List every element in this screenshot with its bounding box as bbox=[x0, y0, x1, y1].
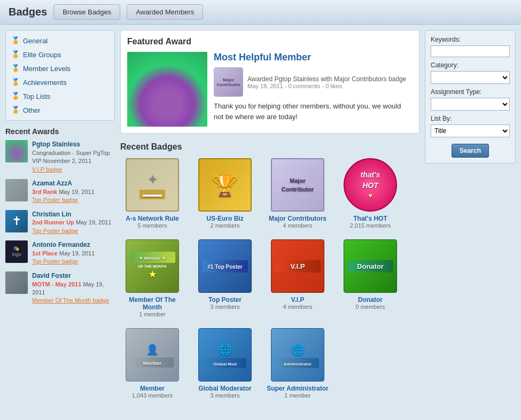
badge-img-us-euro: 🏆 bbox=[198, 158, 252, 212]
badge-name-global-mod: Global Moderator bbox=[193, 385, 257, 392]
award-rank-3: 2nd Runner Up bbox=[32, 219, 74, 225]
achievements-icon: 🏅 bbox=[11, 78, 20, 87]
featured-award-section: Featured Award Most Helpful Member Major… bbox=[120, 30, 419, 134]
badge-name-thats-hot: That's HOT bbox=[338, 215, 402, 222]
sidebar-label-general: General bbox=[23, 37, 48, 45]
badges-grid-row2: ✦ Member ✦ OF THE MONTH ★ Member Of The … bbox=[120, 239, 419, 317]
recent-awards-title: Recent Awards bbox=[5, 127, 115, 136]
avatar-3: ✝ bbox=[5, 210, 28, 232]
award-info-3: Christian Lin 2nd Runner Up May 19, 2011… bbox=[32, 210, 112, 236]
badge-img-global-mod: 🌐 Global Mod bbox=[198, 328, 252, 382]
award-rank-4: 1st Place bbox=[32, 250, 58, 256]
list-by-select[interactable]: Title bbox=[431, 125, 510, 137]
badge-img-motm: ✦ Member ✦ OF THE MONTH ★ bbox=[126, 239, 179, 293]
elite-groups-icon: 🏅 bbox=[11, 50, 20, 59]
keywords-input[interactable] bbox=[431, 45, 510, 57]
featured-badge-title[interactable]: Most Helpful Member bbox=[214, 52, 413, 63]
award-badge-link-4[interactable]: Top Poster badge bbox=[32, 258, 78, 265]
badge-item-motm[interactable]: ✦ Member ✦ OF THE MONTH ★ Member Of The … bbox=[120, 239, 184, 317]
badge-name-super-admin: Super Administrator bbox=[266, 385, 330, 392]
tab-browse-badges[interactable]: Browse Badges bbox=[53, 4, 120, 20]
badge-name-as-network: A-s Network Rule bbox=[120, 215, 184, 222]
badge-img-donator: Donator bbox=[344, 239, 397, 293]
category-label: Category: bbox=[431, 61, 510, 69]
badge-item-us-euro[interactable]: 🏆 US-Euro Biz 2 members bbox=[193, 158, 257, 229]
recent-awards-section: Recent Awards Pgtop Stainless Congraduat… bbox=[5, 127, 115, 305]
badges-grid-row3: 👤 Member Member 1,043 members 🌐 Global M… bbox=[120, 328, 419, 399]
badge-img-thats-hot: that's HOT ♥ bbox=[344, 158, 397, 212]
featured-description: Thank you for helping other members, wit… bbox=[214, 101, 413, 122]
badge-item-global-mod[interactable]: 🌐 Global Mod Global Moderator 3 members bbox=[193, 328, 257, 399]
award-name-4[interactable]: Antonio Fernandez bbox=[32, 241, 90, 248]
sidebar-item-elite-groups[interactable]: 🏅 Elite Groups bbox=[6, 48, 114, 61]
badge-members-major-contrib: 4 members bbox=[266, 222, 330, 229]
sidebar-item-other[interactable]: 🏅 Other bbox=[6, 103, 114, 117]
badge-name-motm: Member Of The Month bbox=[120, 296, 184, 311]
badge-item-member[interactable]: 👤 Member Member 1,043 members bbox=[120, 328, 184, 399]
search-panel: Keywords: Category: Assignment Type: Lis… bbox=[425, 30, 516, 164]
assignment-type-select[interactable] bbox=[431, 98, 510, 111]
category-select[interactable] bbox=[431, 71, 510, 84]
award-name-5[interactable]: David Foster bbox=[32, 272, 71, 279]
award-info-2: Azamat AzzA 3rd Rank May 19, 2011 Top Po… bbox=[32, 179, 95, 205]
featured-awarded-text: Awarded Pgtop Stainless with Major Contr… bbox=[247, 75, 406, 83]
search-button[interactable]: Search bbox=[452, 144, 489, 158]
featured-meta-info: Awarded Pgtop Stainless with Major Contr… bbox=[247, 75, 406, 89]
general-icon: 🏅 bbox=[11, 36, 20, 45]
sidebar-label-other: Other bbox=[23, 106, 41, 114]
badge-img-top-poster: #1 Top Poster bbox=[198, 239, 252, 293]
badge-item-major-contrib[interactable]: Major Contributor Major Contributors 4 m… bbox=[266, 158, 330, 229]
award-badge-link-3[interactable]: Top Poster badge bbox=[32, 228, 78, 234]
badge-members-top-poster: 3 members bbox=[193, 304, 257, 310]
badge-members-as-network: 5 members bbox=[120, 222, 184, 229]
sidebar-item-member-levels[interactable]: 🏅 Member Levels bbox=[6, 61, 114, 75]
sidebar: 🏅 General 🏅 Elite Groups 🏅 Member Levels… bbox=[5, 30, 115, 409]
badge-members-thats-hot: 2,015 members bbox=[338, 222, 402, 229]
award-rank-2: 3rd Rank bbox=[32, 189, 57, 195]
award-badge-link-5[interactable]: Member Of The Month badge bbox=[32, 297, 109, 304]
major-contributor-badge: MajorContributor bbox=[214, 67, 243, 97]
assignment-type-label: Assignment Type: bbox=[431, 88, 510, 96]
featured-date-meta: May 18, 2011 - 0 comments - 0 likes bbox=[247, 83, 406, 89]
featured-awarded-row: MajorContributor Awarded Pgtop Stainless… bbox=[214, 67, 413, 97]
sidebar-item-general[interactable]: 🏅 General bbox=[6, 34, 114, 48]
featured-image bbox=[127, 52, 207, 127]
badge-item-super-admin[interactable]: 🌐 Administrator Super Administrator 1 me… bbox=[266, 328, 330, 399]
award-item-2: Azamat AzzA 3rd Rank May 19, 2011 Top Po… bbox=[5, 179, 115, 205]
award-date-1: November 2, 2011 bbox=[43, 158, 92, 164]
avatar-4: 🎭logo bbox=[5, 240, 28, 263]
sidebar-label-achievements: Achievements bbox=[23, 79, 67, 87]
badge-members-vip: 4 members bbox=[266, 304, 330, 310]
header: Badges Browse Badges Awarded Members bbox=[0, 0, 521, 25]
badge-members-donator: 0 members bbox=[338, 304, 402, 310]
list-by-label: List By: bbox=[431, 115, 510, 122]
recent-badges-title: Recent Badges bbox=[120, 142, 419, 152]
avatar-5 bbox=[5, 271, 28, 294]
badge-item-donator[interactable]: Donator Donator 0 members bbox=[338, 239, 402, 317]
award-name-2[interactable]: Azamat AzzA bbox=[32, 180, 72, 187]
avatar-2 bbox=[5, 179, 28, 201]
badge-item-thats-hot[interactable]: that's HOT ♥ That's HOT 2,015 members bbox=[338, 158, 402, 229]
badge-name-us-euro: US-Euro Biz bbox=[193, 215, 257, 222]
featured-likes[interactable]: 0 likes bbox=[325, 83, 342, 89]
badge-item-as-network[interactable]: ✦▬▬▬ A-s Network Rule 5 members bbox=[120, 158, 184, 229]
badge-item-top-poster[interactable]: #1 Top Poster Top Poster 3 members bbox=[193, 239, 257, 317]
badge-members-global-mod: 3 members bbox=[193, 392, 257, 399]
badge-name-member: Member bbox=[120, 385, 184, 392]
badge-item-vip[interactable]: V.I.P V.I.P 4 members bbox=[266, 239, 330, 317]
featured-comments[interactable]: 0 comments bbox=[288, 83, 320, 89]
award-info-5: David Foster MOTM - May 2011 May 19, 201… bbox=[32, 271, 115, 305]
featured-section-title: Featured Award bbox=[127, 37, 413, 46]
sidebar-item-achievements[interactable]: 🏅 Achievements bbox=[6, 75, 114, 89]
award-date-3: May 19, 2011 bbox=[76, 219, 112, 225]
tab-awarded-members[interactable]: Awarded Members bbox=[127, 4, 203, 20]
award-name-1[interactable]: Pgtop Stainless bbox=[32, 141, 80, 148]
sidebar-item-top-lists[interactable]: 🏅 Top Lists bbox=[6, 89, 114, 103]
award-badge-link-2[interactable]: Top Poster badge bbox=[32, 197, 78, 203]
featured-inner: Most Helpful Member MajorContributor Awa… bbox=[127, 52, 413, 127]
badge-img-major-contrib: Major Contributor bbox=[271, 158, 324, 212]
award-name-3[interactable]: Christian Lin bbox=[32, 211, 71, 218]
award-badge-link-1[interactable]: V.I.P badge bbox=[32, 166, 62, 173]
sidebar-label-elite-groups: Elite Groups bbox=[23, 51, 61, 59]
badges-grid-row1: ✦▬▬▬ A-s Network Rule 5 members 🏆 US-Eur… bbox=[120, 158, 419, 229]
